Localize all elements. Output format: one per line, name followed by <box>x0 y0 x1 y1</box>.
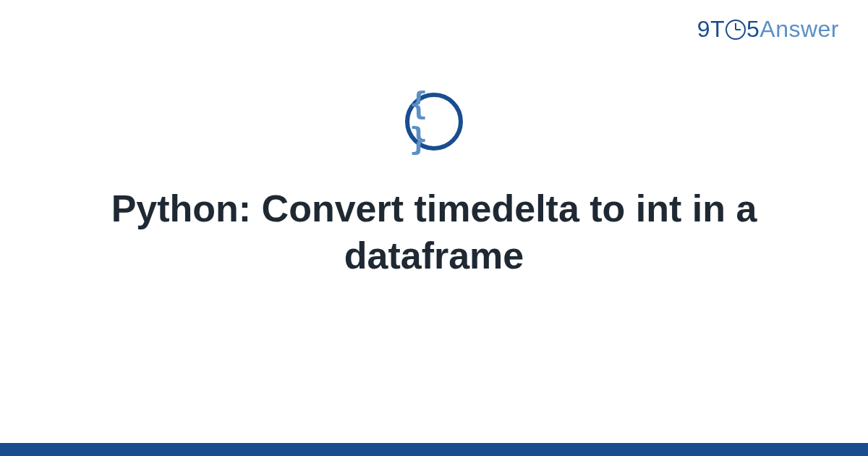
logo-text-answer: Answer <box>760 16 839 42</box>
code-braces-icon: { } <box>405 93 463 151</box>
logo-text-5: 5 <box>746 16 760 42</box>
main-content: { } Python: Convert timedelta to int in … <box>0 93 868 279</box>
clock-icon <box>726 20 746 40</box>
braces-glyph: { } <box>409 86 459 157</box>
page-title: Python: Convert timedelta to int in a da… <box>43 185 825 279</box>
logo-text-9t: 9T <box>697 16 725 42</box>
site-logo: 9T5Answer <box>697 16 839 43</box>
footer-bar <box>0 443 868 456</box>
